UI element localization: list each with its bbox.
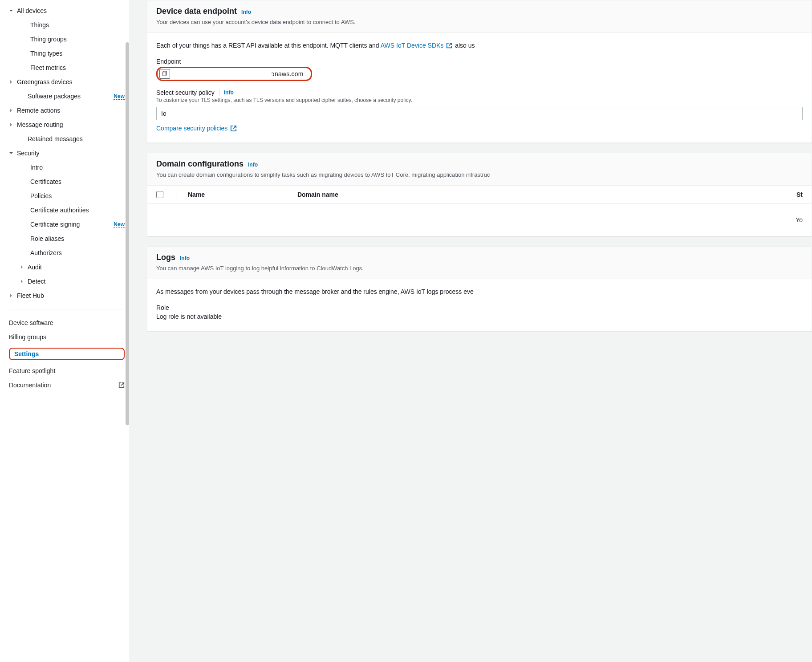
device-data-subtitle: Your devices can use your account's devi…: [156, 19, 803, 25]
external-link-icon: [230, 125, 237, 132]
compare-policies-link[interactable]: Compare security policies: [156, 125, 237, 132]
caret-right-icon: [9, 80, 15, 84]
sidebar-item-label: Feature spotlight: [9, 367, 125, 374]
sidebar-item-policies[interactable]: Policies: [9, 189, 125, 203]
logs-body: As messages from your devices pass throu…: [156, 288, 803, 295]
sidebar-item-label: Documentation: [9, 382, 117, 389]
sidebar-item-device-software[interactable]: Device software: [9, 316, 125, 330]
panel-header: Device data endpoint Info Your devices c…: [147, 0, 812, 33]
sidebar-nav: All devicesThingsThing groupsThing types…: [0, 0, 129, 662]
security-policy-help: To customize your TLS settings, such as …: [156, 97, 803, 103]
sidebar-item-thing-types[interactable]: Thing types: [9, 46, 125, 61]
sidebar-item-security[interactable]: Security: [9, 146, 125, 160]
sidebar-item-certificate-authorities[interactable]: Certificate authorities: [9, 203, 125, 217]
sidebar-item-label: Message routing: [17, 121, 125, 128]
nav-footer-list: Device softwareBilling groupsSettingsFea…: [9, 316, 125, 392]
column-name[interactable]: Name: [182, 191, 297, 198]
sidebar-item-label: Settings: [9, 348, 125, 360]
info-link[interactable]: Info: [180, 255, 190, 261]
sidebar-item-label: All devices: [17, 7, 125, 14]
endpoint-label: Endpoint: [156, 58, 803, 65]
sidebar-item-label: Certificate authorities: [30, 207, 125, 214]
security-policy-label-row: Select security policy Info: [156, 89, 803, 96]
panel-header: Logs Info You can manage AWS IoT logging…: [147, 247, 812, 279]
main-content: Device data endpoint Info Your devices c…: [129, 0, 812, 662]
compare-policies-label: Compare security policies: [156, 125, 227, 132]
info-link[interactable]: Info: [248, 162, 258, 168]
sidebar-item-all-devices[interactable]: All devices: [9, 4, 125, 18]
select-all-cell: [156, 191, 174, 198]
panel-body: As messages from your devices pass throu…: [147, 279, 812, 331]
sidebar-item-message-routing[interactable]: Message routing: [9, 118, 125, 132]
device-data-title: Device data endpoint: [156, 7, 237, 16]
sidebar-item-label: Authorizers: [30, 249, 125, 256]
panel-header: Domain configurations Info You can creat…: [147, 153, 812, 186]
sidebar-item-label: Billing groups: [9, 333, 125, 341]
select-all-checkbox[interactable]: [156, 191, 163, 198]
divider: [219, 89, 219, 96]
sidebar-item-fleet-hub[interactable]: Fleet Hub: [9, 288, 125, 303]
sidebar-item-role-aliases[interactable]: Role aliases: [9, 231, 125, 246]
sidebar-item-label: Fleet Hub: [17, 292, 125, 299]
column-domain-name[interactable]: Domain name: [297, 191, 493, 198]
sidebar-item-label: Role aliases: [30, 235, 125, 242]
domain-config-table: Name Domain name St Yo: [147, 186, 812, 236]
external-link-icon: [118, 382, 125, 388]
caret-right-icon: [9, 108, 15, 113]
sidebar-item-greengrass-devices[interactable]: Greengrass devices: [9, 75, 125, 89]
endpoint-row-highlight: ɔnaws.com: [156, 67, 312, 81]
logs-panel: Logs Info You can manage AWS IoT logging…: [147, 246, 812, 331]
copy-icon: [162, 71, 168, 77]
domain-config-subtitle: You can create domain configurations to …: [156, 171, 803, 178]
sidebar-item-intro[interactable]: Intro: [9, 160, 125, 175]
sidebar-item-label: Thing types: [30, 50, 125, 57]
sidebar-item-software-packages[interactable]: Software packagesNew: [9, 89, 125, 103]
sidebar-item-remote-actions[interactable]: Remote actions: [9, 103, 125, 118]
panel-body: Each of your things has a REST API avail…: [147, 33, 812, 142]
panel-title-row: Logs Info: [156, 253, 803, 262]
info-link[interactable]: Info: [241, 9, 251, 15]
sidebar-item-audit[interactable]: Audit: [9, 260, 125, 274]
caret-down-icon: [9, 8, 15, 13]
sidebar-item-label: Software packages: [28, 93, 111, 100]
panel-title-row: Device data endpoint Info: [156, 7, 803, 16]
sidebar-item-label: Certificates: [30, 178, 125, 185]
sidebar-item-things[interactable]: Things: [9, 18, 125, 32]
sidebar-item-label: Device software: [9, 319, 125, 326]
security-policy-label: Select security policy: [156, 89, 215, 96]
info-link[interactable]: Info: [224, 89, 234, 96]
security-policy-value: Io: [161, 110, 184, 117]
external-link-icon: [446, 42, 452, 49]
sidebar-item-billing-groups[interactable]: Billing groups: [9, 330, 125, 344]
sidebar-item-feature-spotlight[interactable]: Feature spotlight: [9, 364, 125, 378]
sidebar-item-settings[interactable]: Settings: [9, 344, 125, 364]
sidebar-item-label: Thing groups: [30, 36, 125, 43]
logs-role-label: Role: [156, 304, 803, 311]
col-separator: [178, 190, 178, 199]
domain-configurations-panel: Domain configurations Info You can creat…: [147, 153, 812, 236]
sidebar-item-label: Fleet metrics: [30, 64, 125, 71]
sidebar-item-detect[interactable]: Detect: [9, 274, 125, 288]
security-policy-select[interactable]: Io: [156, 107, 803, 120]
sidebar-item-certificate-signing[interactable]: Certificate signingNew: [9, 217, 125, 231]
svg-rect-0: [163, 72, 166, 76]
logs-subtitle: You can manage AWS IoT logging to log he…: [156, 265, 803, 272]
device-data-endpoint-panel: Device data endpoint Info Your devices c…: [147, 0, 812, 143]
sidebar-item-authorizers[interactable]: Authorizers: [9, 246, 125, 260]
sidebar-item-label: Audit: [28, 264, 125, 271]
logs-role-value: Log role is not available: [156, 313, 803, 320]
sdk-link[interactable]: AWS IoT Device SDKs: [381, 42, 444, 49]
scrollbar[interactable]: [126, 42, 129, 425]
sidebar-item-thing-groups[interactable]: Thing groups: [9, 32, 125, 46]
sidebar-item-label: Things: [30, 21, 125, 28]
column-status[interactable]: St: [493, 191, 803, 198]
sidebar-item-label: Security: [17, 150, 125, 157]
copy-endpoint-button[interactable]: [159, 69, 170, 79]
new-badge: New: [114, 93, 125, 100]
sidebar-item-documentation[interactable]: Documentation: [9, 378, 125, 392]
sidebar-item-label: Intro: [30, 164, 125, 171]
sidebar-item-retained-messages[interactable]: Retained messages: [9, 132, 125, 146]
sidebar-item-fleet-metrics[interactable]: Fleet metrics: [9, 61, 125, 75]
domain-config-title: Domain configurations: [156, 159, 244, 169]
sidebar-item-certificates[interactable]: Certificates: [9, 175, 125, 189]
